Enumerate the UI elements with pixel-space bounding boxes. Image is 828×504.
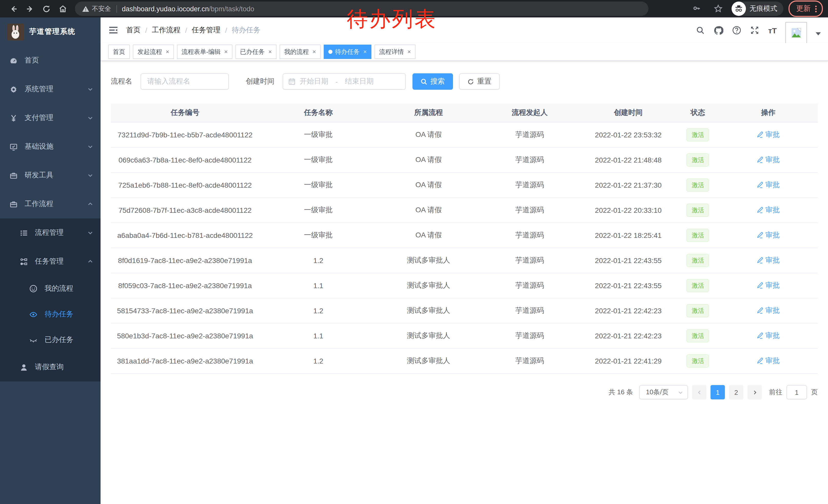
sidebar-item-infrastructure[interactable]: 基础设施	[0, 132, 100, 161]
approve-label: 审批	[765, 356, 780, 366]
forward-icon[interactable]	[23, 2, 36, 15]
approve-label: 审批	[765, 256, 780, 265]
sidebar-item-workflow[interactable]: 工作流程	[0, 190, 100, 218]
breadcrumb-separator: /	[185, 26, 187, 34]
table-row: 75d72608-7b7f-11ec-a3c8-acde48001122一级审批…	[111, 198, 818, 223]
sidebar-item-label: 请假查询	[35, 363, 64, 372]
page-button-1[interactable]: 1	[710, 385, 725, 400]
approve-link[interactable]: 审批	[757, 130, 780, 139]
user-dropdown-caret-icon[interactable]	[816, 32, 821, 35]
sidebar-item-dev-tools[interactable]: 研发工具	[0, 161, 100, 190]
close-icon[interactable]: ×	[363, 49, 367, 55]
page-button-2[interactable]: 2	[729, 385, 743, 400]
cell-action: 审批	[719, 180, 818, 190]
home-icon[interactable]	[56, 2, 69, 15]
sidebar-collapse-icon[interactable]	[109, 26, 118, 34]
tab-todo-task[interactable]: 待办任务×	[324, 45, 371, 59]
sidebar-item-label: 工作流程	[25, 199, 53, 209]
goto-page-input[interactable]: 1	[786, 385, 807, 400]
close-icon[interactable]: ×	[268, 49, 272, 55]
cell-status: 激活	[677, 203, 719, 217]
back-icon[interactable]	[7, 2, 20, 15]
approve-label: 审批	[765, 155, 780, 165]
tab-done-task[interactable]: 已办任务×	[236, 45, 277, 59]
sidebar-item-my-process[interactable]: 我的流程	[0, 276, 100, 302]
approve-link[interactable]: 审批	[757, 155, 780, 165]
fullscreen-icon[interactable]	[750, 26, 759, 35]
sidebar-logo-row[interactable]: 芋道管理系统	[0, 17, 100, 46]
chevron-down-icon	[87, 230, 93, 236]
approve-link[interactable]: 审批	[757, 256, 780, 265]
avatar[interactable]	[785, 22, 807, 44]
sidebar-item-payment[interactable]: 支付管理	[0, 103, 100, 132]
sidebar-item-system[interactable]: 系统管理	[0, 75, 100, 103]
cell-status: 激活	[677, 229, 719, 242]
tab-home[interactable]: 首页	[108, 45, 130, 59]
font-size-icon[interactable]: тT	[768, 26, 777, 35]
tab-process-detail[interactable]: 流程详情×	[374, 45, 416, 59]
table-header-row: 任务编号任务名称所属流程流程发起人创建时间状态操作	[111, 103, 818, 123]
password-key-icon[interactable]	[690, 2, 703, 15]
browser-update-button[interactable]: 更新	[788, 1, 823, 17]
process-name-placeholder: 请输入流程名	[147, 77, 190, 86]
next-page-button[interactable]	[747, 385, 762, 400]
cell-created: 2022-01-21 22:43:55	[579, 256, 677, 265]
sidebar-item-task-mgmt[interactable]: 任务管理	[0, 247, 100, 276]
help-icon[interactable]	[732, 26, 742, 35]
cell-status: 激活	[677, 254, 719, 267]
approve-link[interactable]: 审批	[757, 331, 780, 340]
sidebar-item-leave-query[interactable]: 请假查询	[0, 353, 100, 381]
status-badge: 激活	[687, 329, 709, 342]
sidebar-item-label: 基础设施	[25, 142, 53, 151]
breadcrumb-item[interactable]: 任务管理	[192, 26, 220, 35]
date-range-picker[interactable]: 开始日期 - 结束日期	[283, 73, 406, 90]
search-button[interactable]: 搜索	[412, 73, 453, 90]
pagination-total: 共 16 条	[609, 387, 633, 397]
todo-task-table: 任务编号任务名称所属流程流程发起人创建时间状态操作 73211d9d-7b9b-…	[111, 103, 818, 374]
cell-status: 激活	[677, 279, 719, 292]
process-name-input[interactable]: 请输入流程名	[140, 73, 229, 90]
sidebar-item-label: 系统管理	[25, 85, 53, 94]
sidebar-item-done-task[interactable]: 已办任务	[0, 327, 100, 353]
screenshot-root: 待办列表 不安全 dashboard.yudao.iocoder.cn/bpm/…	[0, 0, 828, 504]
column-header: 创建时间	[579, 108, 677, 118]
approve-link[interactable]: 审批	[757, 205, 780, 215]
github-icon[interactable]	[714, 26, 723, 35]
close-icon[interactable]: ×	[407, 49, 411, 55]
bookmark-star-icon[interactable]	[711, 2, 725, 15]
table-row: 069c6a63-7b8a-11ec-8ef0-acde48001122一级审批…	[111, 148, 818, 173]
reload-icon[interactable]	[40, 2, 53, 15]
sidebar-item-home[interactable]: 首页	[0, 46, 100, 75]
security-warning[interactable]: 不安全	[82, 4, 111, 13]
end-date-placeholder: 结束日期	[345, 77, 374, 86]
column-header: 任务编号	[111, 108, 259, 118]
close-icon[interactable]: ×	[224, 49, 228, 55]
address-bar[interactable]: 不安全 dashboard.yudao.iocoder.cn/bpm/task/…	[75, 2, 649, 16]
breadcrumb-item[interactable]: 工作流程	[152, 26, 180, 35]
tab-process-form-edit[interactable]: 流程表单-编辑×	[177, 45, 233, 59]
approve-link[interactable]: 审批	[757, 356, 780, 366]
prev-page-button[interactable]	[692, 385, 706, 400]
close-icon[interactable]: ×	[166, 49, 169, 55]
sidebar-menu: 首页系统管理支付管理基础设施研发工具工作流程流程管理任务管理我的流程待办任务已办…	[0, 46, 100, 381]
tab-label: 流程表单-编辑	[181, 47, 220, 56]
table-row: 381aa1dd-7ac8-11ec-a9e2-a2380e71991a1.2测…	[111, 349, 818, 374]
approve-link[interactable]: 审批	[757, 281, 780, 290]
close-icon[interactable]: ×	[313, 49, 316, 55]
page-size-select[interactable]: 10条/页	[639, 385, 688, 400]
sidebar-item-todo-task[interactable]: 待办任务	[0, 302, 100, 327]
tab-start-process[interactable]: 发起流程×	[133, 45, 174, 59]
search-icon[interactable]	[696, 26, 705, 35]
approve-link[interactable]: 审批	[757, 180, 780, 190]
tab-my-process[interactable]: 我的流程×	[280, 45, 321, 59]
approve-link[interactable]: 审批	[757, 306, 780, 315]
sidebar-item-process-mgmt[interactable]: 流程管理	[0, 218, 100, 247]
cell-starter: 芋道源码	[480, 130, 580, 139]
breadcrumb-item[interactable]: 首页	[126, 26, 140, 35]
browser-menu-icon[interactable]	[815, 5, 817, 12]
cell-starter: 芋道源码	[480, 256, 580, 265]
column-header: 操作	[719, 108, 818, 118]
url-text[interactable]: dashboard.yudao.iocoder.cn/bpm/task/todo	[122, 5, 254, 12]
approve-link[interactable]: 审批	[757, 231, 780, 240]
reset-button[interactable]: 重置	[459, 73, 500, 90]
